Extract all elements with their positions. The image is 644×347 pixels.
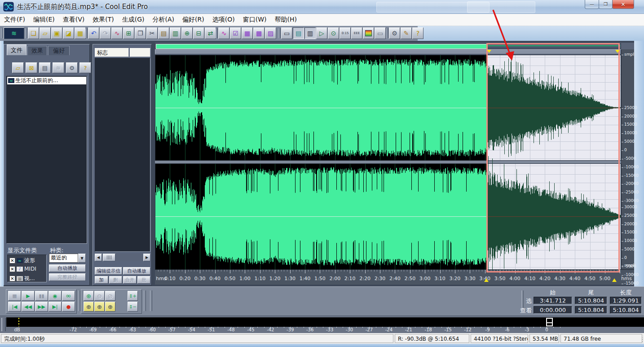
files-help[interactable]: ? <box>79 62 91 73</box>
toolbar-convert-sample-type[interactable]: ⇄ <box>205 27 216 39</box>
toolbar-new-file[interactable]: ❏ <box>28 27 39 39</box>
zoom-vertical-zoom-out[interactable]: ↕− <box>128 302 138 312</box>
toolbar-multitrack-view[interactable]: ≋ <box>4 27 24 39</box>
toolbar-placeholder-window[interactable]: ▭ <box>375 27 386 39</box>
selection-end-marker-icon[interactable] <box>615 50 620 53</box>
selection-end-timeline-marker-icon[interactable] <box>612 278 617 282</box>
toolbar-waveform-view-window[interactable]: ▭ <box>281 27 292 39</box>
toolbar-play-list-window[interactable]: ▷ <box>316 27 327 39</box>
zoom-zoom-in[interactable]: ⊕ <box>84 291 94 301</box>
amplitude-ruler[interactable]: smpl2500020000150001000050000-5000-10000… <box>621 49 634 269</box>
marker-加-button[interactable]: 加 <box>95 276 108 284</box>
marker-删-button[interactable]: 删 <box>109 276 123 284</box>
menu-item-0[interactable]: 文件(F) <box>0 14 29 25</box>
type-filter-1[interactable]: ✕♪MIDI <box>9 266 36 272</box>
menu-item-5[interactable]: 分析(A) <box>149 14 179 25</box>
toolbar-effects-grid-2[interactable]: ▩ <box>253 27 265 39</box>
zoom-zoom-full[interactable]: ⊘ <box>105 291 115 301</box>
toolbar-trim[interactable]: ⊟ <box>193 27 204 39</box>
transport-fast-forward[interactable]: ▶▶ <box>35 302 48 312</box>
kind-dropdown-value[interactable]: 最近的 <box>49 254 78 263</box>
toolbar-settings[interactable]: ⚙ <box>389 27 400 39</box>
transport-rewind[interactable]: ◀◀ <box>22 302 35 312</box>
toolbar-scripts[interactable]: ✎ <box>401 27 412 39</box>
transport-go-to-end[interactable]: ▶| <box>49 302 62 312</box>
menu-item-3[interactable]: 效果(T) <box>88 14 118 25</box>
scroll-left-icon[interactable]: ◀ <box>95 254 102 261</box>
tab-files[interactable]: 文件 <box>7 44 26 55</box>
transport-stop[interactable]: ■ <box>8 291 21 301</box>
menu-item-2[interactable]: 查看(V) <box>59 14 89 25</box>
toolbar-cue-list-window[interactable]: ▥ <box>304 27 316 39</box>
toolbar-frequency-window[interactable]: EEE <box>351 27 362 39</box>
transport-play[interactable]: ▶ <box>22 291 35 301</box>
toolbar-copy[interactable]: ❐ <box>135 27 146 39</box>
toolbar-cut[interactable]: ✂ <box>146 27 158 39</box>
transport-loop[interactable]: ∞ <box>62 291 75 301</box>
files-insert-into-multitrack[interactable]: ≋ <box>53 62 64 73</box>
toolbar-save-as[interactable]: ◪ <box>63 27 74 39</box>
marker-scrollbar[interactable]: ◀ ▶ <box>95 254 150 261</box>
marker-column-header[interactable]: 标志 <box>95 48 129 57</box>
dropdown-arrow-icon[interactable]: ▼ <box>78 254 86 263</box>
toolbar-save-file[interactable]: ▣ <box>51 27 62 39</box>
zoom-zoom-selection-right[interactable]: ⊕ <box>105 302 115 312</box>
selection-start-timeline-marker-icon[interactable] <box>484 278 489 282</box>
toolbar-redo[interactable]: ↷ <box>100 27 111 39</box>
scrollbar-thumb[interactable] <box>103 254 115 261</box>
files-free-up-space[interactable]: ▤ <box>39 62 51 73</box>
toolbar-level-meter-window[interactable] <box>363 27 374 39</box>
toolbar-time-window[interactable]: 0:15 <box>340 27 351 39</box>
checkbox-icon[interactable]: ✕ <box>9 258 15 264</box>
marker-list[interactable] <box>95 58 150 252</box>
toolbar-save-all[interactable]: ▦ <box>75 27 86 39</box>
toolbar-open-file[interactable]: ▱ <box>40 27 51 39</box>
menu-item-7[interactable]: 选项(O) <box>208 14 239 25</box>
file-list-item[interactable]: ≈ 生活不止眼前的... <box>7 77 86 84</box>
scroll-right-icon[interactable]: ▶ <box>143 254 150 261</box>
marker-column-header-2[interactable] <box>130 48 150 57</box>
marker-编辑提示信-button[interactable]: 编辑提示信 <box>95 267 122 275</box>
marker-合并-button[interactable]: 合并 <box>123 276 137 284</box>
toolbar-effects-grid-3[interactable]: ▨ <box>265 27 276 39</box>
autoplay-button[interactable]: 自动播放 <box>49 264 86 272</box>
transport-go-to-start[interactable]: |◀ <box>8 302 21 312</box>
toolbar-enable-preview[interactable]: ☑ <box>230 27 241 39</box>
toolbar-copy-to-new[interactable]: ⊞ <box>123 27 134 39</box>
files-open-file[interactable]: ▱ <box>12 62 24 73</box>
transport-record[interactable]: ● <box>62 302 75 312</box>
selection-start-marker-icon[interactable] <box>487 50 491 53</box>
toolbar-paste-to-new[interactable]: ⊕ <box>181 27 193 39</box>
toolbar-edit-envelope[interactable]: ∿ <box>218 27 229 39</box>
menu-item-8[interactable]: 窗口(W) <box>239 14 271 25</box>
zoom-zoom-out[interactable]: ⊖ <box>94 291 105 301</box>
toolbar-spectral-view-window[interactable]: ▤ <box>293 27 304 39</box>
menu-item-4[interactable]: 生成(G) <box>118 14 149 25</box>
menu-item-1[interactable]: 编辑(E) <box>29 14 59 25</box>
toolbar-paste[interactable]: ▤ <box>158 27 169 39</box>
toolbar-help[interactable]: ? <box>412 27 423 39</box>
marker-自动播放-button[interactable]: 自动播放 <box>123 267 150 275</box>
maximize-button[interactable]: ❐ <box>599 0 613 9</box>
close-button[interactable]: ✕ <box>612 0 634 9</box>
menu-item-6[interactable]: 偏好(R) <box>178 14 208 25</box>
files-options[interactable]: ⚙ <box>66 62 78 73</box>
checkbox-icon[interactable]: ✕ <box>9 276 15 281</box>
checkbox-icon[interactable]: ✕ <box>9 266 15 272</box>
toolbar-repeat-last-command[interactable]: ∿ <box>111 27 123 39</box>
menu-item-9[interactable]: 帮助(H) <box>270 14 300 25</box>
marker-批-button[interactable]: 批 <box>137 276 151 284</box>
file-list[interactable]: ≈ 生活不止眼前的... <box>6 76 87 244</box>
zoom-zoom-selection-left[interactable]: ⊕ <box>94 302 105 312</box>
meter-grip[interactable] <box>1 318 6 331</box>
type-filter-0[interactable]: ✕≈波形 <box>9 257 35 264</box>
toolbar-mix-paste[interactable]: ▥ <box>170 27 181 39</box>
type-filter-2[interactable]: ✕▦视... <box>9 275 35 282</box>
transport-play-looped[interactable]: ◉ <box>49 291 62 301</box>
zoom-vertical-zoom-in[interactable]: ↕+ <box>128 291 138 301</box>
zoom-zoom-to-selection[interactable]: ⊕ <box>84 302 94 312</box>
files-close-file[interactable]: ⊠ <box>26 62 37 73</box>
transport-pause[interactable]: ▮▮ <box>35 291 48 301</box>
kind-dropdown[interactable]: 最近的 ▼ <box>49 254 86 263</box>
minimize-button[interactable]: — <box>585 0 599 9</box>
